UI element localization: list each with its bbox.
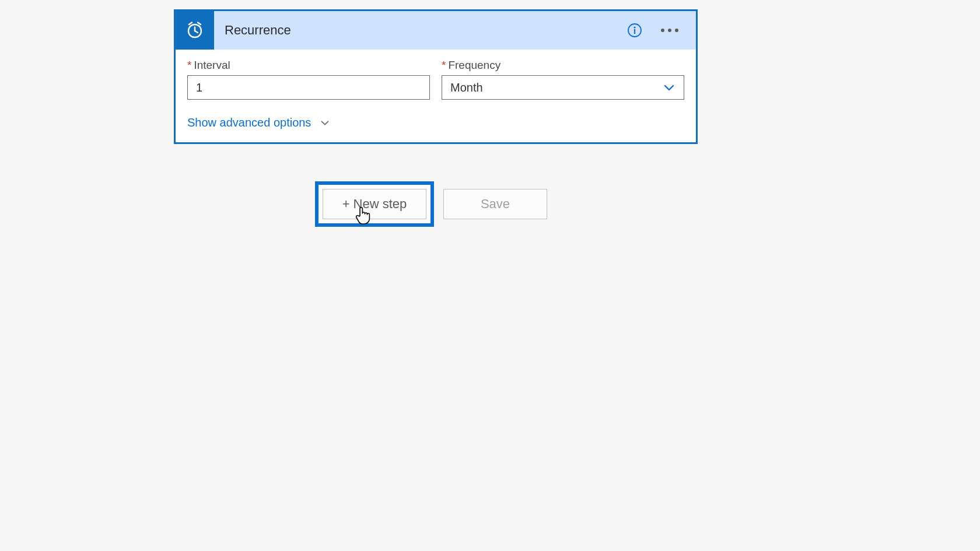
svg-line-4 xyxy=(198,23,201,25)
interval-label: *Interval xyxy=(187,59,430,72)
chevron-down-icon xyxy=(319,117,331,129)
frequency-field: *Frequency Month xyxy=(442,59,684,100)
new-step-highlight: + New step xyxy=(315,181,434,227)
advanced-options-label: Show advanced options xyxy=(187,116,311,129)
card-title: Recurrence xyxy=(214,23,626,38)
card-body: *Interval *Frequency Month xyxy=(176,50,696,142)
frequency-label: *Frequency xyxy=(442,59,684,72)
card-header-actions xyxy=(626,22,696,39)
svg-line-3 xyxy=(189,23,192,25)
info-icon[interactable] xyxy=(626,22,643,39)
form-row: *Interval *Frequency Month xyxy=(187,59,684,100)
frequency-label-text: Frequency xyxy=(448,59,501,71)
clock-icon xyxy=(176,11,214,50)
interval-input[interactable] xyxy=(187,75,430,100)
save-label: Save xyxy=(481,196,510,212)
frequency-select[interactable]: Month xyxy=(442,75,684,100)
required-mark: * xyxy=(187,59,191,71)
advanced-options-toggle[interactable]: Show advanced options xyxy=(187,116,331,129)
interval-field: *Interval xyxy=(187,59,430,100)
svg-line-2 xyxy=(195,31,198,33)
new-step-button[interactable]: + New step xyxy=(323,189,426,219)
card-header: Recurrence xyxy=(176,11,696,50)
more-icon[interactable] xyxy=(657,25,682,36)
interval-label-text: Interval xyxy=(194,59,230,71)
svg-point-6 xyxy=(634,26,635,28)
frequency-value: Month xyxy=(450,81,483,94)
new-step-label: + New step xyxy=(342,196,407,212)
chevron-down-icon xyxy=(663,81,676,94)
svg-rect-7 xyxy=(634,29,635,34)
recurrence-card: Recurrence *Interval xyxy=(174,9,698,144)
required-mark: * xyxy=(442,59,446,71)
save-button[interactable]: Save xyxy=(443,189,547,219)
actions-row: + New step Save xyxy=(315,181,547,227)
